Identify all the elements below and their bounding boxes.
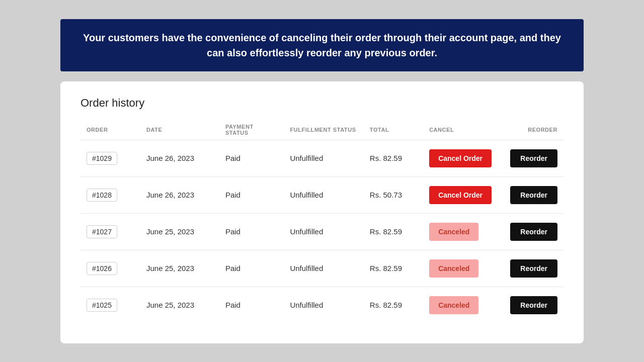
payment-status: Paid (219, 140, 284, 176)
fulfillment-status: Unfulfilled (284, 213, 363, 250)
order-badge: #1029 (87, 152, 117, 165)
cancel-order-button[interactable]: Cancel Order (429, 186, 492, 204)
canceled-button: Canceled (429, 259, 478, 278)
reorder-button[interactable]: Reorder (510, 259, 557, 278)
reorder-button[interactable]: Reorder (510, 186, 557, 204)
payment-status: Paid (219, 176, 284, 213)
order-badge: #1025 (87, 299, 117, 312)
payment-status: Paid (219, 213, 284, 250)
order-total: Rs. 82.59 (364, 213, 423, 250)
reorder-button[interactable]: Reorder (510, 296, 557, 314)
table-row: #1027June 25, 2023PaidUnfulfilledRs. 82.… (80, 213, 564, 250)
page-wrapper: Your customers have the convenience of c… (0, 0, 644, 362)
order-total: Rs. 82.59 (364, 250, 423, 287)
reorder-button[interactable]: Reorder (510, 223, 557, 241)
payment-status: Paid (219, 250, 284, 287)
order-history-card: Order history ORDER DATE PAYMENT STATUS … (60, 81, 584, 343)
order-total: Rs. 82.59 (364, 287, 423, 323)
order-date: June 26, 2023 (140, 140, 219, 176)
fulfillment-status: Unfulfilled (284, 250, 363, 287)
header-cancel: CANCEL (423, 120, 503, 140)
table-row: #1028June 26, 2023PaidUnfulfilledRs. 50.… (80, 176, 564, 213)
order-badge: #1026 (87, 262, 117, 275)
header-reorder: REORDER (503, 120, 564, 140)
payment-status: Paid (219, 287, 284, 323)
table-row: #1026June 25, 2023PaidUnfulfilledRs. 82.… (80, 250, 564, 287)
table-row: #1029June 26, 2023PaidUnfulfilledRs. 82.… (80, 140, 564, 176)
order-date: June 25, 2023 (140, 213, 219, 250)
table-row: #1025June 25, 2023PaidUnfulfilledRs. 82.… (80, 287, 564, 323)
card-title: Order history (80, 97, 564, 110)
fulfillment-status: Unfulfilled (284, 140, 363, 176)
header-payment-status: PAYMENT STATUS (219, 120, 284, 140)
order-total: Rs. 82.59 (364, 140, 423, 176)
canceled-button: Canceled (429, 296, 478, 314)
orders-table: ORDER DATE PAYMENT STATUS FULFILLMENT ST… (80, 120, 564, 323)
cancel-order-button[interactable]: Cancel Order (429, 149, 492, 167)
header-fulfillment-status: FULFILLMENT STATUS (284, 120, 363, 140)
header-total: TOTAL (364, 120, 423, 140)
header-order: ORDER (80, 120, 140, 140)
fulfillment-status: Unfulfilled (284, 176, 363, 213)
order-date: June 25, 2023 (140, 287, 219, 323)
banner-text: Your customers have the convenience of c… (83, 32, 561, 58)
order-date: June 26, 2023 (140, 176, 219, 213)
header-date: DATE (140, 120, 219, 140)
order-badge: #1028 (87, 189, 117, 202)
order-badge: #1027 (87, 225, 117, 238)
fulfillment-status: Unfulfilled (284, 287, 363, 323)
order-date: June 25, 2023 (140, 250, 219, 287)
canceled-button: Canceled (429, 223, 478, 241)
order-total: Rs. 50.73 (364, 176, 423, 213)
banner: Your customers have the convenience of c… (60, 19, 584, 71)
reorder-button[interactable]: Reorder (510, 149, 557, 167)
